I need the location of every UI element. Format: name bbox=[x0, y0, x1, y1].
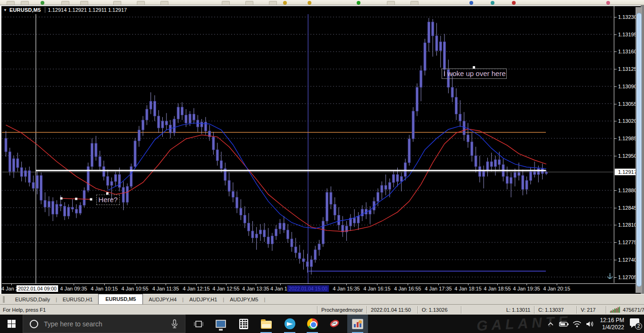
candle bbox=[95, 143, 97, 156]
candle bbox=[302, 259, 305, 262]
candle bbox=[267, 237, 269, 244]
toolbar-button-icon[interactable] bbox=[113, 1, 121, 5]
chart-plot-area[interactable]: Here?I woke up over here⚓ bbox=[2, 14, 613, 283]
toolbar-button-icon[interactable] bbox=[21, 1, 29, 5]
candle bbox=[204, 122, 207, 131]
candle bbox=[216, 150, 218, 161]
candle bbox=[146, 109, 148, 120]
candle bbox=[526, 180, 528, 189]
candle bbox=[17, 159, 19, 168]
price-axis-label: 1.12810 bbox=[618, 222, 637, 228]
annotation-anchor-handle[interactable] bbox=[473, 66, 475, 68]
metatrader-icon bbox=[352, 319, 363, 329]
toolbar-button-icon[interactable] bbox=[269, 1, 277, 5]
taskbar-app-metatrader[interactable] bbox=[347, 315, 368, 333]
candle bbox=[130, 167, 133, 187]
taskbar-app-file-explorer[interactable] bbox=[256, 315, 276, 333]
price-axis-label: 1.13230 bbox=[618, 14, 637, 20]
scrollbar-thumb[interactable] bbox=[636, 13, 642, 287]
taskbar-app-calculator[interactable] bbox=[233, 315, 254, 333]
toolbar-button-icon[interactable] bbox=[80, 1, 88, 5]
candle bbox=[322, 221, 324, 244]
toolbar-indicator-icon[interactable] bbox=[308, 1, 311, 5]
toolbar-button-icon[interactable] bbox=[222, 1, 230, 5]
tray-chevron-up-icon[interactable] bbox=[545, 319, 556, 329]
chart-collapse-caret-icon[interactable]: ▼ bbox=[3, 8, 7, 12]
chart-text-annotation[interactable]: I woke up over here bbox=[442, 68, 507, 79]
candle bbox=[514, 172, 516, 178]
taskbar-app-chrome[interactable] bbox=[302, 315, 323, 333]
candle bbox=[259, 230, 262, 234]
candle bbox=[48, 201, 50, 207]
toolbar-add-icon[interactable] bbox=[357, 1, 360, 5]
toolbar-cursor-icon[interactable] bbox=[606, 1, 610, 5]
status-low-price: L: 1.13011 bbox=[461, 306, 534, 314]
time-axis-label: 4 Jan 19:35 bbox=[513, 286, 540, 291]
taskbar-app-telegram[interactable] bbox=[279, 315, 300, 333]
battery-icon[interactable] bbox=[559, 319, 569, 329]
wifi-icon[interactable] bbox=[572, 319, 582, 329]
chart-tab-audjpy-h1[interactable]: AUDJPY,H1 bbox=[184, 295, 223, 304]
chart-window: ▼ EURUSD,M5 1.12914 1.12921 1.12911 1.12… bbox=[0, 5, 641, 294]
toolbar-chart-icon[interactable] bbox=[491, 1, 494, 5]
candle bbox=[424, 43, 426, 71]
search-placeholder-text: Type here to search bbox=[44, 320, 170, 328]
toolbar-button-icon[interactable] bbox=[61, 1, 69, 5]
toolbar-button-icon[interactable] bbox=[245, 1, 253, 5]
candle bbox=[40, 176, 42, 200]
chart-text-annotation[interactable]: Here? bbox=[96, 195, 120, 205]
candle bbox=[5, 138, 7, 152]
start-button[interactable] bbox=[0, 315, 23, 333]
chart-tab-eurusd-daily[interactable]: EURUSD,Daily bbox=[9, 295, 56, 304]
candle bbox=[396, 175, 399, 182]
vertical-scrollbar[interactable] bbox=[636, 7, 642, 293]
price-axis-label: 1.13195 bbox=[618, 32, 637, 37]
chart-tab-audjpy-m5[interactable]: AUDJPY,M5 bbox=[224, 295, 264, 304]
candle bbox=[56, 204, 58, 214]
taskbar-clock[interactable]: 12:16 PM 1/4/2022 bbox=[600, 317, 624, 331]
toolbar-new-order-icon[interactable] bbox=[41, 1, 44, 5]
toolbar-chart-icon[interactable] bbox=[469, 1, 473, 5]
time-axis-label: 4 Jan 16:15 bbox=[363, 286, 391, 291]
time-scale[interactable]: 4 Jan 20 4 Jan 09:35 4 Jan 10:15 4 Jan 1… bbox=[2, 283, 636, 294]
toolbar-button-icon[interactable] bbox=[160, 1, 168, 5]
candle bbox=[28, 171, 31, 182]
toolbar-button-icon[interactable] bbox=[137, 1, 145, 5]
microphone-icon[interactable] bbox=[170, 319, 179, 329]
system-tray: 12:16 PM 1/4/2022 2 bbox=[545, 315, 644, 333]
price-scale[interactable]: 1.13230 1.13195 1.13160 1.13125 1.13090 … bbox=[614, 6, 636, 293]
toolbar-button-icon[interactable] bbox=[410, 1, 418, 5]
file-explorer-icon bbox=[261, 321, 272, 329]
toolbar-indicator-icon[interactable] bbox=[283, 1, 287, 5]
status-close-price: C: 1.13037 bbox=[534, 306, 577, 314]
speaker-icon[interactable] bbox=[585, 319, 595, 329]
task-view-button[interactable] bbox=[189, 315, 209, 333]
time-axis-label: 4 Jan 13:35 bbox=[242, 286, 269, 291]
toolbar-button-icon[interactable] bbox=[7, 1, 15, 5]
candle bbox=[490, 162, 493, 167]
candle bbox=[326, 192, 328, 221]
candle bbox=[291, 239, 293, 247]
candle bbox=[412, 111, 414, 139]
toolbar-chart-icon[interactable] bbox=[512, 1, 516, 5]
candle bbox=[534, 171, 536, 174]
action-center-button[interactable]: 2 bbox=[630, 318, 642, 330]
chart-tab-eurusd-h1[interactable]: EURUSD,H1 bbox=[57, 295, 99, 304]
candle bbox=[248, 223, 250, 231]
toolbar-button-icon[interactable] bbox=[387, 1, 395, 5]
candle bbox=[483, 171, 485, 177]
price-tick bbox=[614, 277, 617, 278]
taskbar-search-input[interactable]: Type here to search bbox=[23, 315, 185, 333]
time-axis-label: 4 Jan 20:15 bbox=[543, 286, 570, 291]
candle bbox=[8, 152, 11, 171]
annotation-anchor-handle[interactable] bbox=[106, 192, 109, 195]
candle bbox=[385, 186, 387, 189]
candle bbox=[91, 143, 93, 166]
price-axis-label: 1.12740 bbox=[618, 257, 637, 263]
candle bbox=[294, 247, 297, 253]
time-axis-label: 4 Jan 16:55 bbox=[394, 286, 421, 291]
chart-tab-audjpy-h4[interactable]: AUDJPY,H4 bbox=[143, 295, 182, 304]
chart-tab-eurusd-m5[interactable]: EURUSD,M5 bbox=[98, 294, 143, 304]
taskbar-app-display-app[interactable] bbox=[210, 315, 231, 333]
taskbar-app-snipping-tool[interactable]: ✂ bbox=[325, 315, 345, 333]
